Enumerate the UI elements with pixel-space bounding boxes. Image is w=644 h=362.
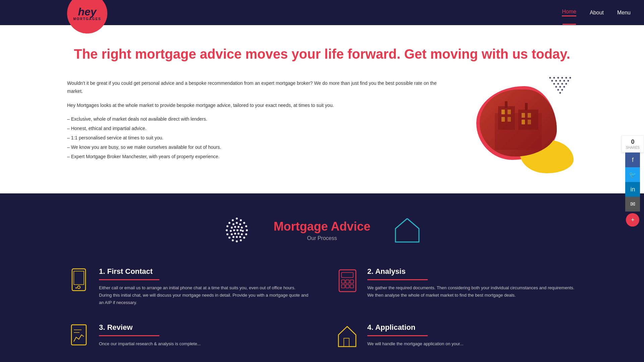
svg-point-73 <box>231 227 233 229</box>
svg-rect-91 <box>74 271 84 285</box>
plus-icon: + <box>631 217 635 224</box>
nav-home[interactable]: Home <box>562 9 576 16</box>
svg-rect-45 <box>501 117 505 122</box>
step-2-divider <box>367 279 428 280</box>
svg-point-86 <box>232 236 234 238</box>
svg-point-4 <box>109 2 111 3</box>
hero-bullet-4: – We know you are busy, so we make ourse… <box>67 143 449 152</box>
step-3-title: 3. Review <box>99 323 201 332</box>
more-share-button[interactable]: + <box>626 213 639 227</box>
facebook-share-button[interactable]: f <box>625 153 640 167</box>
hero-building-image <box>480 89 557 157</box>
svg-point-66 <box>246 229 248 231</box>
review-icon <box>67 323 91 350</box>
svg-point-69 <box>240 219 242 221</box>
social-sidebar: 0 SHARES f 🐦 in ✉ + <box>622 135 644 227</box>
svg-point-20 <box>553 77 555 79</box>
svg-point-34 <box>555 86 557 88</box>
svg-point-83 <box>234 233 236 235</box>
twitter-icon: 🐦 <box>629 171 636 178</box>
process-header: Mortgage Advice Our Process <box>67 214 577 247</box>
svg-point-65 <box>245 233 247 235</box>
svg-point-67 <box>245 225 247 227</box>
svg-point-93 <box>75 287 77 289</box>
svg-point-62 <box>236 240 238 242</box>
svg-point-82 <box>231 233 233 235</box>
svg-point-29 <box>568 80 569 82</box>
nav-menu[interactable]: Menu <box>617 10 631 16</box>
nav-about[interactable]: About <box>590 10 604 16</box>
svg-rect-102 <box>71 325 86 345</box>
svg-rect-52 <box>525 103 528 110</box>
svg-rect-47 <box>522 113 525 118</box>
svg-point-80 <box>240 229 242 231</box>
svg-point-24 <box>570 77 571 79</box>
step-3-info: 3. Review Once our impartial research & … <box>99 323 201 348</box>
linkedin-icon: in <box>630 186 635 193</box>
hero-image-area <box>470 79 577 173</box>
step-2-description: We gather the required documents. Then c… <box>367 284 577 299</box>
svg-point-35 <box>559 86 561 88</box>
svg-point-27 <box>559 80 561 82</box>
process-dots-blob <box>220 214 254 247</box>
svg-point-25 <box>551 80 553 82</box>
svg-rect-43 <box>501 110 505 114</box>
svg-point-71 <box>236 222 238 224</box>
svg-point-8 <box>108 4 109 5</box>
hero-paragraph-1: Wouldn't it be great if you could get pe… <box>67 79 449 96</box>
svg-point-7 <box>105 4 107 5</box>
facebook-icon: f <box>632 157 634 164</box>
step-2-info: 2. Analysis We gather the required docum… <box>367 267 577 299</box>
svg-point-85 <box>241 233 243 235</box>
main-nav: Home About Menu <box>562 9 631 16</box>
svg-point-56 <box>228 222 230 224</box>
svg-point-74 <box>234 226 236 228</box>
linkedin-share-button[interactable]: in <box>625 182 640 197</box>
svg-point-31 <box>557 83 559 85</box>
svg-point-19 <box>549 77 551 79</box>
svg-rect-46 <box>507 117 511 122</box>
hero-bullets: – Exclusive, whole of market deals not a… <box>67 115 449 161</box>
step-4-title: 4. Application <box>367 323 464 332</box>
svg-point-21 <box>557 77 559 79</box>
step-1-info: 1. First Contact Either call or email us… <box>99 267 309 306</box>
svg-point-37 <box>557 89 559 91</box>
hero-content: Wouldn't it be great if you could get pe… <box>67 79 577 173</box>
step-1-divider <box>99 279 159 280</box>
svg-point-81 <box>242 230 244 232</box>
svg-point-22 <box>561 77 563 79</box>
svg-point-64 <box>243 237 245 239</box>
header: hey MORTGAGES Home About Menu <box>0 0 644 25</box>
svg-point-33 <box>566 83 567 85</box>
svg-rect-49 <box>522 120 525 124</box>
svg-point-38 <box>561 89 563 91</box>
svg-point-76 <box>241 227 243 229</box>
hero-text: Wouldn't it be great if you could get pe… <box>67 79 449 162</box>
svg-point-12 <box>107 6 108 7</box>
svg-marker-105 <box>338 326 356 347</box>
svg-point-30 <box>553 83 555 85</box>
svg-point-13 <box>109 6 111 7</box>
process-subtitle: Our Process <box>274 235 371 241</box>
email-share-button[interactable]: ✉ <box>625 197 640 212</box>
hero-bullet-1: – Exclusive, whole of market deals not a… <box>67 115 449 123</box>
svg-rect-96 <box>341 280 345 283</box>
hero-title: The right mortgage advice moves your lif… <box>67 45 577 63</box>
svg-rect-44 <box>507 110 511 114</box>
house-icon-area <box>390 214 424 247</box>
analysis-icon <box>335 267 359 294</box>
svg-point-28 <box>564 80 565 82</box>
email-icon: ✉ <box>630 200 635 208</box>
svg-rect-99 <box>341 285 345 288</box>
svg-point-32 <box>561 83 563 85</box>
svg-rect-95 <box>341 273 353 278</box>
svg-point-88 <box>239 236 241 238</box>
svg-point-23 <box>566 77 567 79</box>
process-section: Mortgage Advice Our Process <box>0 193 644 362</box>
svg-point-39 <box>559 92 561 94</box>
twitter-share-button[interactable]: 🐦 <box>625 167 640 182</box>
step-3-description: Once our impartial research & analysis i… <box>99 340 201 348</box>
hero-section: The right mortgage advice moves your lif… <box>0 25 644 193</box>
svg-point-54 <box>236 218 238 220</box>
svg-point-57 <box>226 225 228 227</box>
